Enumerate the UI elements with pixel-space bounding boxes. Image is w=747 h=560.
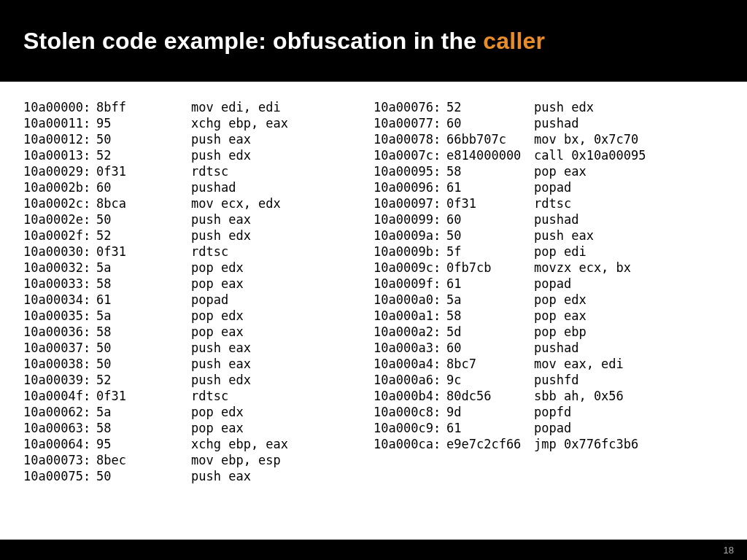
address: 10a00034: (23, 292, 96, 308)
address: 10a00011: (23, 115, 96, 131)
opcode-bytes: 50 (446, 228, 534, 244)
instruction: popad (534, 276, 571, 292)
slide: Stolen code example: obfuscation in the … (0, 0, 747, 560)
disassembly-row: 10a00012:50push eax (23, 131, 374, 147)
instruction: movzx ecx, bx (534, 260, 631, 276)
disassembly-row: 10a00076:52push edx (374, 99, 724, 115)
opcode-bytes: 0f31 (96, 163, 191, 179)
disassembly-row: 10a00095:58pop eax (374, 163, 724, 179)
opcode-bytes: 0f31 (96, 388, 191, 404)
disassembly-row: 10a00077:60pushad (374, 115, 724, 131)
address: 10a00012: (23, 131, 96, 147)
instruction: pop eax (534, 308, 587, 324)
address: 10a00039: (23, 372, 96, 388)
address: 10a0002f: (23, 228, 96, 244)
instruction: push eax (191, 468, 251, 484)
disassembly-row: 10a00078:66bb707cmov bx, 0x7c70 (374, 131, 724, 147)
opcode-bytes: 0f31 (446, 195, 534, 211)
address: 10a00076: (374, 99, 446, 115)
instruction: pushad (191, 179, 236, 195)
opcode-bytes: 58 (96, 420, 191, 436)
opcode-bytes: 52 (446, 99, 534, 115)
slide-body: 10a00000:8bffmov edi, edi10a00011:95xchg… (0, 82, 747, 540)
opcode-bytes: 8bff (96, 99, 191, 115)
address: 10a000a1: (374, 308, 446, 324)
opcode-bytes: e9e7c2cf66 (446, 436, 534, 452)
opcode-bytes: 5f (446, 244, 534, 260)
instruction: pop eax (191, 420, 244, 436)
instruction: push edx (191, 147, 251, 163)
address: 10a0002c: (23, 195, 96, 211)
opcode-bytes: 50 (96, 340, 191, 356)
opcode-bytes: 9c (446, 372, 534, 388)
disassembly-row: 10a00062:5apop edx (23, 404, 374, 420)
opcode-bytes: 58 (96, 276, 191, 292)
slide-footer: 18 (0, 540, 747, 560)
opcode-bytes: 50 (96, 468, 191, 484)
disassembly-row: 10a00039:52push edx (23, 372, 374, 388)
instruction: pushad (534, 340, 578, 356)
opcode-bytes: 0fb7cb (446, 260, 534, 276)
address: 10a00030: (23, 244, 96, 260)
instruction: pushfd (534, 372, 578, 388)
address: 10a00062: (23, 404, 96, 420)
opcode-bytes: 60 (446, 115, 534, 131)
opcode-bytes: 5a (96, 260, 191, 276)
instruction: push eax (191, 356, 251, 372)
disassembly-row: 10a0009b:5fpop edi (374, 244, 724, 260)
instruction: push edx (534, 99, 594, 115)
opcode-bytes: 60 (446, 211, 534, 228)
address: 10a0009f: (374, 276, 446, 292)
opcode-bytes: 5a (96, 308, 191, 324)
disassembly-row: 10a00034:61popad (23, 292, 374, 308)
address: 10a00064: (23, 436, 96, 452)
slide-header: Stolen code example: obfuscation in the … (0, 0, 747, 82)
address: 10a00078: (374, 131, 446, 147)
disassembly-row: 10a0004f:0f31rdtsc (23, 388, 374, 404)
disassembly-row: 10a00075:50push eax (23, 468, 374, 484)
instruction: pushad (534, 211, 578, 228)
disassembly-row: 10a00013:52push edx (23, 147, 374, 163)
disassembly-row: 10a000c8:9dpopfd (374, 404, 724, 420)
disassembly-row: 10a00000:8bffmov edi, edi (23, 99, 374, 115)
instruction: popfd (534, 404, 571, 420)
disassembly-row: 10a000a4:8bc7mov eax, edi (374, 356, 724, 372)
instruction: push eax (534, 228, 594, 244)
instruction: mov eax, edi (534, 356, 624, 372)
disassembly-row: 10a00036:58pop eax (23, 324, 374, 340)
address: 10a00037: (23, 340, 96, 356)
disassembly-row: 10a00097:0f31rdtsc (374, 195, 724, 211)
disassembly-column-left: 10a00000:8bffmov edi, edi10a00011:95xchg… (23, 99, 374, 540)
opcode-bytes: 58 (96, 324, 191, 340)
opcode-bytes: 5a (96, 404, 191, 420)
opcode-bytes: 8bec (96, 452, 191, 468)
opcode-bytes: 95 (96, 436, 191, 452)
disassembly-row: 10a00035:5apop edx (23, 308, 374, 324)
opcode-bytes: 8bc7 (446, 356, 534, 372)
opcode-bytes: 9d (446, 404, 534, 420)
instruction: mov ebp, esp (191, 452, 281, 468)
disassembly-row: 10a000b4:80dc56sbb ah, 0x56 (374, 388, 724, 404)
address: 10a00073: (23, 452, 96, 468)
instruction: rdtsc (534, 195, 571, 211)
disassembly-row: 10a00073:8becmov ebp, esp (23, 452, 374, 468)
instruction: mov edi, edi (191, 99, 281, 115)
disassembly-row: 10a00029:0f31rdtsc (23, 163, 374, 179)
instruction: pop edx (191, 308, 244, 324)
instruction: rdtsc (191, 163, 228, 179)
disassembly-row: 10a00099:60pushad (374, 211, 724, 228)
opcode-bytes: 58 (446, 308, 534, 324)
address: 10a00036: (23, 324, 96, 340)
address: 10a000c8: (374, 404, 446, 420)
page-number: 18 (724, 545, 734, 556)
address: 10a000a2: (374, 324, 446, 340)
instruction: jmp 0x776fc3b6 (534, 436, 638, 452)
disassembly-row: 10a00096:61popad (374, 179, 724, 195)
address: 10a00032: (23, 260, 96, 276)
opcode-bytes: 52 (96, 147, 191, 163)
instruction: sbb ah, 0x56 (534, 388, 624, 404)
disassembly-row: 10a00063:58pop eax (23, 420, 374, 436)
disassembly-row: 10a0009f:61popad (374, 276, 724, 292)
instruction: push edx (191, 228, 251, 244)
disassembly-row: 10a000a0:5apop edx (374, 292, 724, 308)
